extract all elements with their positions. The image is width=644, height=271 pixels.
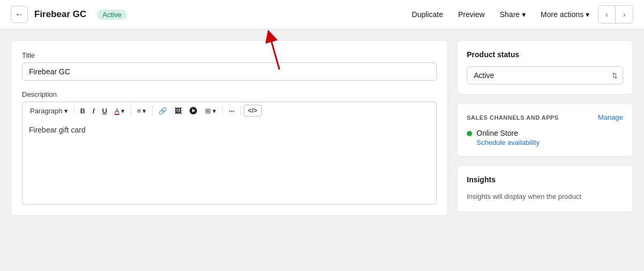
channel-row: Online Store Schedule availability — [467, 129, 623, 146]
title-field: Title — [22, 51, 437, 81]
title-input[interactable] — [22, 63, 437, 81]
description-field: Description Paragraph ▾ B I U — [22, 90, 437, 205]
duplicate-button[interactable]: Duplicate — [405, 7, 449, 22]
link-icon: 🔗 — [158, 107, 167, 115]
left-panel: Title Description Paragraph ▾ B I — [11, 40, 448, 216]
share-chevron-icon: ▾ — [522, 10, 526, 19]
product-status-title: Product status — [467, 50, 623, 59]
preview-button[interactable]: Preview — [452, 7, 491, 22]
align-chevron-icon: ▾ — [142, 107, 146, 115]
page-title: Firebear GC — [34, 9, 86, 20]
prev-button[interactable]: ‹ — [598, 6, 616, 23]
channel-info: Online Store Schedule availability — [476, 129, 540, 146]
toolbar-divider-5 — [240, 106, 241, 115]
back-icon: ← — [15, 10, 24, 19]
text-color-dropdown[interactable]: A ▾ — [111, 105, 128, 117]
paragraph-chevron-icon: ▾ — [64, 107, 68, 115]
table-dropdown[interactable]: ⊞ ▾ — [202, 105, 219, 117]
channel-active-dot — [467, 131, 472, 136]
product-status-card: Product status Active Draft Archived ⇅ — [457, 40, 633, 95]
text-color-chevron-icon: ▾ — [121, 107, 125, 115]
title-label: Title — [22, 51, 437, 59]
toolbar-divider-2 — [131, 106, 131, 115]
more-actions-chevron-icon: ▾ — [586, 10, 589, 19]
top-bar-actions: Duplicate Preview Share ▾ More actions ▾… — [405, 5, 633, 24]
status-select-wrapper: Active Draft Archived ⇅ — [467, 66, 623, 84]
code-button[interactable]: </> — [244, 105, 261, 117]
main-content: Title Description Paragraph ▾ B I — [0, 29, 644, 227]
align-icon: ≡ — [137, 107, 141, 115]
more-button[interactable]: ··· — [225, 105, 238, 117]
link-button[interactable]: 🔗 — [155, 105, 170, 117]
share-button[interactable]: Share ▾ — [493, 7, 532, 22]
description-label: Description — [22, 90, 437, 98]
bold-button[interactable]: B — [77, 105, 88, 117]
editor-body[interactable]: Firebear gift card — [22, 119, 437, 205]
schedule-availability-button[interactable]: Schedule availability — [476, 138, 540, 146]
insights-title: Insights — [467, 175, 623, 184]
insights-card: Insights Insights will display when the … — [457, 165, 633, 212]
editor-toolbar: Paragraph ▾ B I U A ▾ — [22, 102, 437, 119]
image-button[interactable]: 🖼 — [171, 105, 185, 117]
insights-description: Insights will display when the product — [467, 191, 623, 202]
underline-button[interactable]: U — [99, 105, 110, 117]
toolbar-divider-4 — [222, 106, 223, 115]
top-bar: ← Firebear GC Active Duplicate Preview S… — [0, 0, 644, 29]
paragraph-dropdown[interactable]: Paragraph ▾ — [27, 105, 71, 117]
italic-button[interactable]: I — [89, 105, 98, 117]
video-button[interactable] — [186, 104, 201, 117]
table-icon: ⊞ — [205, 107, 211, 115]
channels-title: SALES CHANNELS AND APPS — [467, 114, 558, 121]
align-dropdown[interactable]: ≡ ▾ — [134, 105, 150, 117]
more-actions-button[interactable]: More actions ▾ — [534, 7, 596, 22]
status-badge: Active — [97, 10, 126, 20]
play-icon — [189, 106, 198, 115]
manage-button[interactable]: Manage — [598, 113, 623, 121]
nav-buttons: ‹ › — [598, 5, 633, 24]
toolbar-divider-3 — [152, 106, 153, 115]
right-panel: Product status Active Draft Archived ⇅ S… — [457, 40, 633, 212]
sales-channels-card: SALES CHANNELS AND APPS Manage Online St… — [457, 103, 633, 157]
toolbar-divider-1 — [74, 106, 74, 115]
channel-name: Online Store — [476, 129, 540, 137]
table-chevron-icon: ▾ — [213, 107, 216, 115]
back-button[interactable]: ← — [11, 6, 28, 23]
channels-header: SALES CHANNELS AND APPS Manage — [467, 113, 623, 121]
status-select[interactable]: Active Draft Archived — [467, 66, 623, 84]
next-button[interactable]: › — [616, 6, 633, 23]
image-icon: 🖼 — [175, 107, 181, 115]
